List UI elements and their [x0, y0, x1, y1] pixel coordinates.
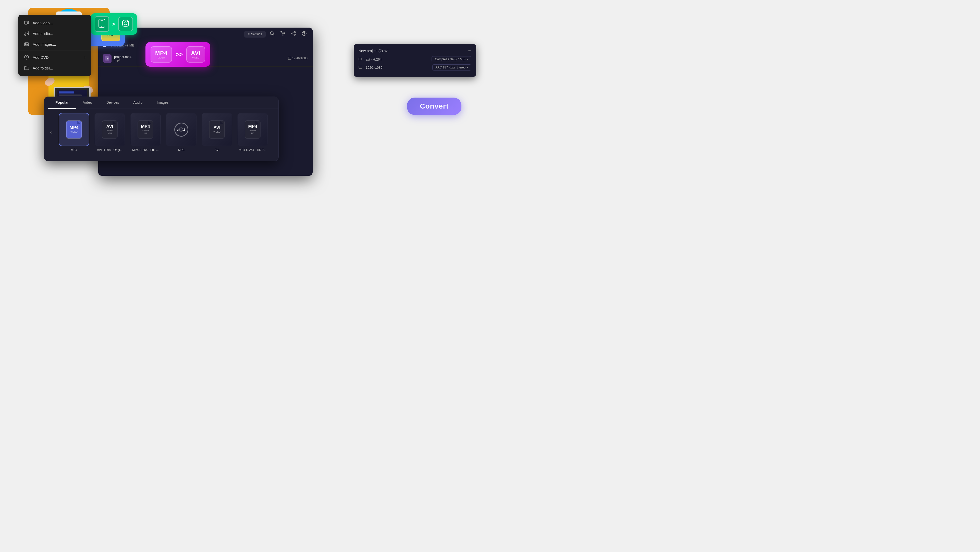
compress-button[interactable]: Compress file (~7 MB) ▾	[431, 56, 471, 62]
format-card-mp4: MP4 VIDEO	[59, 113, 89, 146]
edit-filename-icon[interactable]: ✏	[468, 48, 471, 53]
svg-rect-16	[59, 91, 74, 94]
svg-text:AVI: AVI	[213, 125, 220, 130]
svg-point-44	[304, 34, 304, 35]
format-mp4-hd-label: MP4 H.264 - Full ...	[132, 148, 159, 152]
conversion-arrow: >>	[176, 51, 183, 58]
svg-text:VIDEO: VIDEO	[70, 131, 78, 133]
resolution-row: 1920×1080 AAC 187 Kbps Stereo ▾	[359, 64, 471, 70]
format-avi-label: AVI	[215, 148, 219, 152]
avi-target-card: AVI VIDEO	[186, 46, 205, 62]
svg-point-42	[294, 34, 296, 35]
svg-point-40	[294, 32, 296, 33]
svg-rect-22	[24, 43, 29, 46]
format-items-list: MP4 VIDEO MP4 AVI VIDEO VBR	[57, 113, 277, 152]
menu-item-add-video[interactable]: Add video...	[18, 18, 91, 28]
tab-video-label: Video	[83, 101, 92, 104]
menu-item-add-folder[interactable]: Add folder...	[18, 62, 91, 73]
menu-item-add-audio[interactable]: Add audio...	[18, 28, 91, 39]
format-tabs: Popular Video Devices Audio Images	[44, 97, 278, 109]
iphone-instagram-badge: >	[91, 13, 137, 35]
settings-button[interactable]: ≡ Settings	[244, 31, 266, 38]
format-item-mp4-hd2[interactable]: MP4 VIDEO HD MP4 H.264 - HD 7...	[236, 113, 269, 152]
menu-item-add-dvd-label: Add DVD	[33, 55, 49, 59]
format-item-avi-h264[interactable]: AVI VIDEO VBR AVI H.264 - Origi...	[93, 113, 126, 152]
svg-text:VIDEO: VIDEO	[213, 131, 221, 133]
compress-dropdown-arrow: ▾	[466, 58, 468, 61]
badge-arrow-icon: >	[112, 21, 115, 27]
convert-button[interactable]: Convert	[407, 97, 461, 115]
svg-point-39	[283, 35, 284, 35]
file-resolution: 1920×1080	[288, 56, 307, 60]
audio-icon	[24, 31, 29, 36]
menu-item-add-images[interactable]: Add images...	[18, 39, 91, 49]
tab-devices-label: Devices	[107, 101, 119, 104]
format-card-avi-vbr: AVI VIDEO VBR	[94, 113, 125, 146]
video-icon	[24, 20, 29, 25]
svg-point-36	[127, 21, 128, 22]
mp4-sub: VIDEO	[155, 56, 167, 59]
format-nav-prev[interactable]: ‹	[46, 128, 56, 137]
svg-point-37	[270, 32, 273, 35]
audio-button[interactable]: AAC 187 Kbps Stereo ▾	[432, 64, 471, 70]
resolution-value-panel: 1920×1080	[366, 65, 430, 70]
tab-audio[interactable]: Audio	[126, 97, 150, 109]
svg-point-38	[282, 35, 283, 35]
svg-rect-47	[288, 57, 290, 59]
output-settings-panel: New project (2).avi ✏ avi · H.264 Compre…	[354, 44, 476, 77]
avi-sub: VIDEO	[191, 56, 200, 59]
svg-text:AVI: AVI	[106, 124, 113, 129]
images-icon	[24, 41, 29, 47]
dvd-icon	[24, 55, 29, 60]
mp4-source-card: MP4 VIDEO	[151, 46, 172, 62]
menu-divider	[18, 51, 91, 51]
format-selector-panel: Popular Video Devices Audio Images ‹ MP	[44, 97, 279, 161]
folder-icon	[24, 65, 29, 70]
svg-text:MP4: MP4	[141, 124, 150, 129]
resolution-icon	[359, 65, 363, 70]
format-mp4-label: MP4	[71, 148, 77, 152]
format-mp4-hd2-label: MP4 H.264 - HD 7...	[239, 148, 266, 152]
format-item-mp3[interactable]: mp3 MP3	[165, 113, 198, 152]
instagram-icon	[118, 17, 133, 31]
tab-popular[interactable]: Popular	[48, 97, 76, 109]
convert-button-label: Convert	[420, 102, 449, 110]
tab-video[interactable]: Video	[76, 97, 99, 109]
resolution-value: 1920×1080	[292, 56, 307, 60]
mp3-disc: mp3	[174, 123, 188, 137]
format-item-mp4-hd[interactable]: MP4 VIDEO HD MP4 H.264 - Full ...	[129, 113, 162, 152]
tab-images[interactable]: Images	[150, 97, 176, 109]
format-item-mp4[interactable]: MP4 VIDEO MP4	[57, 113, 91, 152]
menu-item-add-dvd[interactable]: Add DVD ›	[18, 52, 91, 62]
help-button[interactable]	[300, 30, 309, 38]
svg-text:MP4: MP4	[248, 124, 258, 129]
dvd-submenu-arrow: ›	[84, 55, 86, 59]
format-card-mp4-hd: MP4 VIDEO HD	[130, 113, 161, 146]
share-button[interactable]	[289, 30, 298, 38]
svg-point-33	[101, 26, 102, 27]
format-card-mp4-hd2: MP4 VIDEO HD	[237, 113, 268, 146]
format-mp3-label: MP3	[178, 148, 185, 152]
search-button[interactable]	[268, 30, 277, 38]
compress-label: Compress file (~7 MB)	[435, 57, 466, 61]
menu-item-add-folder-label: Add folder...	[33, 66, 53, 70]
svg-text:HD: HD	[144, 132, 147, 134]
cart-button[interactable]	[278, 30, 287, 38]
format-item-avi[interactable]: AVI VIDEO AVI	[200, 113, 234, 152]
svg-point-25	[26, 57, 27, 58]
svg-rect-32	[100, 20, 103, 21]
tab-devices[interactable]: Devices	[99, 97, 126, 109]
menu-item-add-audio-label: Add audio...	[33, 32, 53, 36]
codec-row: avi · H.264 Compress file (~7 MB) ▾	[359, 56, 471, 62]
svg-text:MP4: MP4	[70, 125, 79, 130]
format-card-avi: AVI VIDEO	[202, 113, 232, 146]
svg-rect-17	[59, 94, 82, 96]
output-filename: New project (2).avi	[359, 49, 388, 53]
svg-text:VIDEO: VIDEO	[250, 129, 256, 132]
codec-value: avi · H.264	[366, 57, 429, 61]
menu-item-add-images-label: Add images...	[33, 42, 56, 46]
svg-point-24	[24, 55, 29, 59]
tab-popular-label: Popular	[56, 101, 68, 104]
svg-rect-49	[359, 66, 362, 69]
svg-text:VIDEO: VIDEO	[107, 129, 113, 132]
